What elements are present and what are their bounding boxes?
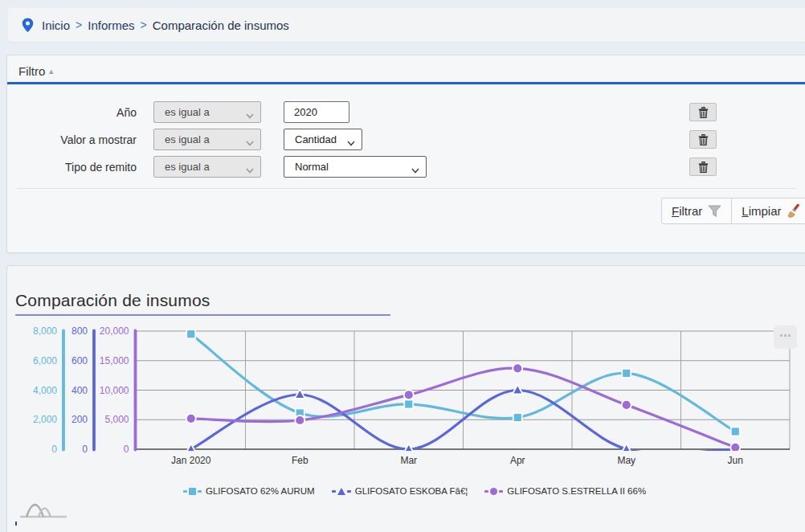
chevron-down-icon	[246, 137, 254, 149]
operator-value: es igual a	[165, 106, 210, 118]
circle-marker-icon	[484, 488, 503, 495]
map-pin-icon	[22, 18, 34, 33]
y-axis-label: 0	[82, 444, 88, 455]
divider	[17, 188, 795, 189]
operator-value: es igual a	[165, 133, 210, 145]
filtrar-button[interactable]: Filtrar	[661, 198, 732, 224]
chart-legend: GLIFOSATO 62% AURUMGLIFOSATO ESKOBA Fâ€¦…	[183, 486, 646, 496]
data-point[interactable]	[404, 399, 413, 408]
operator-select-disabled: es igual a	[153, 156, 261, 178]
data-point[interactable]	[513, 413, 522, 422]
x-axis-label: Jun	[728, 455, 743, 466]
y-axis-label: 4,000	[33, 385, 57, 396]
delete-filter-button[interactable]	[689, 103, 717, 121]
legend-label: GLIFOSATO S.ESTRELLA II 66%	[507, 486, 646, 496]
delete-filter-button[interactable]	[689, 158, 717, 176]
y-axis-label: 8,000	[33, 325, 57, 337]
filter-row-ano: Año es igual a	[7, 101, 805, 123]
breadcrumb-separator: >	[141, 18, 147, 31]
select-value: Normal	[295, 161, 329, 173]
breadcrumb-separator: >	[76, 18, 82, 31]
square-marker-icon	[183, 488, 202, 495]
y-axis-bar-2	[134, 329, 137, 452]
breadcrumb-current-page: Comparación de insumos	[153, 18, 289, 32]
operator-select-disabled: es igual a	[153, 129, 261, 150]
filter-panel: Filtro▲ Año es igual a Valor a mostrar e…	[6, 55, 805, 253]
trash-icon	[698, 107, 709, 118]
data-point[interactable]	[295, 415, 304, 425]
breadcrumb: Inicio > Informes > Comparación de insum…	[8, 8, 805, 42]
chevron-down-icon	[411, 164, 419, 176]
data-point[interactable]	[622, 400, 631, 410]
select-value: Cantidad	[295, 133, 337, 145]
x-axis-label: Apr	[510, 455, 525, 466]
chart-menu-icon	[780, 334, 783, 337]
triangle-up-icon: ▲	[47, 68, 55, 76]
trash-icon	[698, 134, 709, 145]
limpiar-button-label: Limpiar	[742, 204, 781, 218]
data-point[interactable]	[186, 329, 195, 338]
legend-item[interactable]: GLIFOSATO ESKOBA Fâ€¦	[332, 486, 468, 496]
y-axis-label: 20,000	[100, 325, 129, 337]
data-point[interactable]	[404, 390, 414, 399]
filtrar-button-label: Filtrar	[672, 204, 702, 218]
filter-row-label: Año	[7, 106, 145, 119]
y-axis-bar-1	[92, 329, 96, 452]
legend-label: GLIFOSATO 62% AURUM	[206, 486, 315, 496]
chevron-down-icon	[246, 164, 254, 176]
breadcrumb-link-informes[interactable]: Informes	[88, 18, 134, 32]
trash-icon	[698, 162, 709, 173]
x-axis-label: Jan 2020	[171, 455, 211, 466]
broom-icon	[787, 204, 801, 218]
chart-panel: Comparación de insumos 8,0006,0004,0002,…	[6, 265, 805, 532]
value-select-cantidad[interactable]: Cantidad	[284, 129, 362, 150]
data-point[interactable]	[622, 369, 631, 378]
data-point[interactable]	[730, 443, 740, 452]
x-axis-label: May	[617, 455, 635, 466]
chevron-down-icon	[246, 109, 254, 121]
y-axis-label: 2,000	[33, 414, 57, 425]
accent-divider	[7, 82, 805, 84]
y-axis-label: 6,000	[33, 355, 57, 366]
filter-actions: Filtrar Limpiar	[661, 198, 805, 224]
y-axis-label: 400	[72, 385, 88, 396]
data-point[interactable]	[731, 427, 740, 436]
legend-item[interactable]: GLIFOSATO S.ESTRELLA II 66%	[484, 486, 646, 496]
chevron-down-icon	[347, 137, 355, 149]
y-axis-label: 200	[72, 414, 88, 425]
y-axis-label: 800	[72, 325, 88, 337]
year-input[interactable]	[284, 101, 349, 123]
filter-title-label: Filtro	[18, 64, 45, 78]
filter-row-remito: Tipo de remito es igual a Normal	[7, 156, 805, 178]
limpiar-button[interactable]: Limpiar	[731, 198, 805, 224]
x-axis-label: Mar	[400, 455, 417, 466]
filter-row-label: Tipo de remito	[7, 161, 145, 174]
y-axis-label: 0	[51, 444, 57, 455]
triangle-marker-icon	[332, 488, 351, 495]
funnel-icon	[708, 205, 721, 218]
value-select-remito[interactable]: Normal	[284, 156, 427, 178]
waves-sketch-icon	[18, 499, 70, 520]
operator-select-disabled: es igual a	[153, 101, 261, 123]
y-axis-label: 0	[124, 444, 129, 455]
data-point[interactable]	[513, 363, 522, 373]
chart-menu-icon	[788, 334, 791, 337]
filter-collapse-header[interactable]: Filtro▲	[18, 64, 55, 78]
text-cursor-artifact	[15, 522, 17, 526]
chart-context-menu-button[interactable]	[774, 325, 797, 349]
x-axis-label: Feb	[292, 455, 309, 466]
filter-row-label: Valor a mostrar	[7, 133, 145, 146]
y-axis-label: 10,000	[100, 385, 129, 396]
legend-item[interactable]: GLIFOSATO 62% AURUM	[183, 486, 315, 496]
y-axis-label: 5,000	[104, 414, 129, 425]
y-axis-label: 15,000	[100, 355, 129, 366]
y-axis-bar-0	[62, 329, 65, 452]
data-point[interactable]	[186, 414, 196, 424]
y-axis-label: 600	[72, 355, 88, 366]
breadcrumb-link-inicio[interactable]: Inicio	[42, 18, 70, 32]
chart-menu-icon	[784, 334, 787, 337]
operator-value: es igual a	[165, 161, 210, 173]
legend-label: GLIFOSATO ESKOBA Fâ€¦	[355, 486, 468, 496]
delete-filter-button[interactable]	[689, 130, 717, 149]
filter-row-valor: Valor a mostrar es igual a Cantidad	[7, 129, 805, 150]
